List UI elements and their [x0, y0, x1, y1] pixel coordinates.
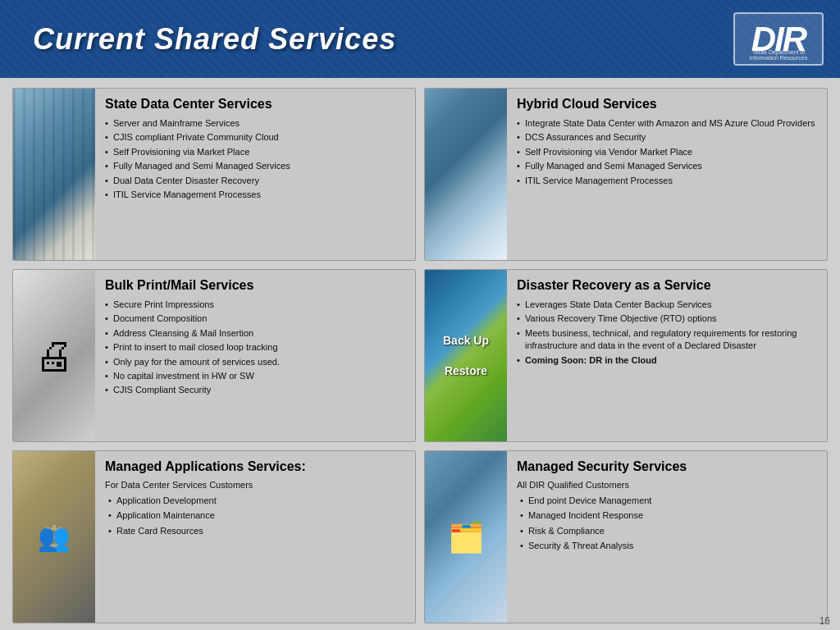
list-item: Dual Data Center Disaster Recovery: [105, 175, 405, 187]
list-item: ITIL Service Management Processes: [517, 175, 817, 187]
list-item: Rate Card Resources: [105, 525, 405, 537]
list-item: Only pay for the amount of services used…: [105, 356, 405, 368]
bullet-list-hybrid-cloud: Integrate State Data Center with Amazon …: [517, 117, 817, 187]
card-title-dr: Disaster Recovery as a Service: [517, 278, 817, 293]
list-item: Integrate State Data Center with Amazon …: [517, 117, 817, 130]
card-image-printer: [13, 270, 95, 441]
logo: DIR Texas Department of Information Reso…: [733, 12, 824, 66]
page-number: 16: [819, 615, 830, 627]
card-image-datacenter: [13, 89, 95, 260]
backup-text: Back UpRestore: [443, 333, 489, 378]
card-image-managed-apps: 👥: [13, 451, 95, 623]
card-image-backup: Back UpRestore: [425, 270, 507, 441]
list-item: ITIL Service Management Processes: [105, 189, 405, 201]
card-content-bulk-print: Bulk Print/Mail Services Secure Print Im…: [95, 270, 415, 441]
list-item: Self Provisioning via Market Place: [105, 146, 405, 158]
card-content-managed-apps: Managed Applications Services: For Data …: [95, 451, 415, 623]
list-item: CJIS Compliant Security: [105, 384, 405, 396]
people-icon: 👥: [38, 522, 71, 553]
security-icon: 🗂️: [448, 520, 485, 555]
card-state-data-center: State Data Center Services Server and Ma…: [12, 88, 416, 261]
card-content-hybrid-cloud: Hybrid Cloud Services Integrate State Da…: [507, 89, 827, 260]
bullet-list-dr: Leverages State Data Center Backup Servi…: [517, 299, 817, 367]
list-item: No capital investment in HW or SW: [105, 370, 405, 382]
card-title-managed-security: Managed Security Services: [517, 459, 817, 474]
list-item: Address Cleansing & Mail Insertion: [105, 327, 405, 340]
list-item: Secure Print Impressions: [105, 299, 405, 311]
list-item: Various Recovery Time Objective (RTO) op…: [517, 313, 817, 325]
card-bulk-print: Bulk Print/Mail Services Secure Print Im…: [12, 269, 416, 442]
card-managed-apps: 👥 Managed Applications Services: For Dat…: [12, 450, 416, 623]
list-item: Application Development: [105, 495, 405, 507]
card-content-dr: Disaster Recovery as a Service Leverages…: [507, 270, 827, 441]
card-title-bulk-print: Bulk Print/Mail Services: [105, 278, 405, 293]
main-content: State Data Center Services Server and Ma…: [0, 78, 840, 630]
card-content-managed-security: Managed Security Services All DIR Qualif…: [507, 451, 827, 623]
bullet-list-state-dc: Server and Mainframe Services CJIS compl…: [105, 117, 405, 201]
list-item: Security & Threat Analysis: [517, 540, 817, 552]
list-item: Self Provisioning via Vendor Market Plac…: [517, 146, 817, 158]
card-title-hybrid-cloud: Hybrid Cloud Services: [517, 97, 817, 112]
list-item: Application Maintenance: [105, 509, 405, 522]
header: Current Shared Services DIR Texas Depart…: [0, 0, 840, 78]
list-item: Document Composition: [105, 313, 405, 325]
card-title-state-dc: State Data Center Services: [105, 97, 405, 112]
list-item: Managed Incident Response: [517, 509, 817, 522]
list-item: DCS Assurances and Security: [517, 131, 817, 144]
card-subtitle-managed-security: All DIR Qualified Customers: [517, 480, 817, 490]
card-image-cloud: [425, 89, 507, 260]
list-item: Risk & Compliance: [517, 525, 817, 537]
list-item-bold: Coming Soon: DR in the Cloud: [517, 354, 817, 367]
list-item: CJIS compliant Private Community Cloud: [105, 131, 405, 144]
card-image-security: 🗂️: [425, 451, 507, 623]
list-item: Server and Mainframe Services: [105, 117, 405, 130]
list-item: Fully Managed and Semi Managed Services: [105, 160, 405, 172]
card-managed-security: 🗂️ Managed Security Services All DIR Qua…: [424, 450, 828, 623]
card-subtitle-managed-apps: For Data Center Services Customers: [105, 480, 405, 490]
list-item: End point Device Management: [517, 495, 817, 507]
card-disaster-recovery: Back UpRestore Disaster Recovery as a Se…: [424, 269, 828, 442]
page-title: Current Shared Services: [33, 22, 396, 57]
list-item: Fully Managed and Semi Managed Services: [517, 160, 817, 172]
bullet-list-bulk-print: Secure Print Impressions Document Compos…: [105, 299, 405, 397]
logo-subtitle: Texas Department of Information Resource…: [735, 49, 822, 61]
list-item: Leverages State Data Center Backup Servi…: [517, 299, 817, 311]
bullet-list-managed-apps: Application Development Application Main…: [105, 495, 405, 537]
list-item: Meets business, technical, and regulator…: [517, 327, 817, 353]
list-item: Print to insert to mail closed loop trac…: [105, 341, 405, 354]
card-hybrid-cloud: Hybrid Cloud Services Integrate State Da…: [424, 88, 828, 261]
card-title-managed-apps: Managed Applications Services:: [105, 459, 405, 474]
bullet-list-managed-security: End point Device Management Managed Inci…: [517, 495, 817, 553]
card-content-state-dc: State Data Center Services Server and Ma…: [95, 89, 415, 260]
